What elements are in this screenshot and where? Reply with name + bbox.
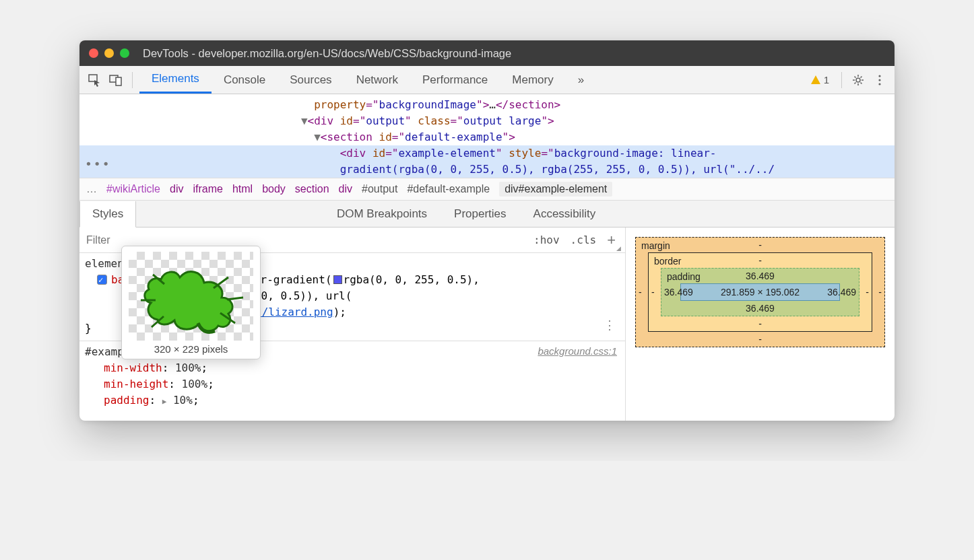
tab-sources[interactable]: Sources xyxy=(278,66,344,94)
bm-padding[interactable]: padding 36.469 36.469 36.469 36.469 291.… xyxy=(661,268,859,316)
warnings-badge[interactable]: 1 xyxy=(810,74,829,85)
minimize-icon[interactable] xyxy=(104,48,114,58)
crumb-wikiarticle[interactable]: #wikiArticle xyxy=(106,183,160,195)
dom-line[interactable]: property="backgroundImage">…</section> xyxy=(79,97,895,113)
hov-toggle[interactable]: :hov xyxy=(528,232,565,248)
subtab-properties[interactable]: Properties xyxy=(442,201,518,227)
new-rule-button[interactable]: +◢ xyxy=(602,232,621,249)
warnings-count: 1 xyxy=(824,74,829,85)
crumb-output[interactable]: #output xyxy=(362,183,397,195)
bm-content[interactable]: 291.859 × 195.062 xyxy=(680,283,840,301)
dom-line[interactable]: ▼<section id="default-example"> xyxy=(79,129,895,145)
titlebar: DevTools - developer.mozilla.org/en-US/d… xyxy=(79,40,895,66)
tab-elements[interactable]: Elements xyxy=(139,66,212,94)
svg-rect-0 xyxy=(89,75,97,81)
crumb-div[interactable]: div xyxy=(170,183,183,195)
crumb-section[interactable]: section xyxy=(295,183,329,195)
crumb-iframe[interactable]: iframe xyxy=(193,183,222,195)
gutter-ellipsis-icon[interactable]: ••• xyxy=(85,155,111,173)
styles-subtabs: Styles Computed Event Listeners DOM Brea… xyxy=(79,201,895,228)
tab-memory[interactable]: Memory xyxy=(500,66,565,94)
close-icon[interactable] xyxy=(89,48,98,58)
crumb-div[interactable]: div xyxy=(339,183,352,195)
subtab-dom-breakpoints[interactable]: DOM Breakpoints xyxy=(325,201,439,227)
inspect-icon[interactable] xyxy=(85,71,104,90)
filter-input[interactable] xyxy=(79,234,160,246)
crumb-html[interactable]: html xyxy=(232,183,253,195)
crumb-selected[interactable]: div#example-element xyxy=(499,182,612,197)
breadcrumb[interactable]: … #wikiArticle div iframe html body sect… xyxy=(79,178,895,201)
toolbar: Elements Console Sources Network Perform… xyxy=(79,66,895,94)
separator xyxy=(132,72,133,88)
tab-performance[interactable]: Performance xyxy=(410,66,500,94)
image-hover-popover: 320 × 229 pixels xyxy=(121,246,261,359)
svg-rect-2 xyxy=(116,77,121,85)
crumb-body[interactable]: body xyxy=(262,183,286,195)
breadcrumb-overflow[interactable]: … xyxy=(86,183,97,195)
svg-point-6 xyxy=(878,83,880,85)
kebab-icon[interactable]: ⋮ xyxy=(604,316,616,334)
dom-line-selected[interactable]: <div id="example-element" style="backgro… xyxy=(79,145,895,162)
traffic-lights xyxy=(89,48,129,58)
kebab-icon[interactable] xyxy=(870,71,889,90)
crumb-default-example[interactable]: #default-example xyxy=(407,183,490,195)
lizard-icon xyxy=(134,256,249,337)
device-toggle-icon[interactable] xyxy=(106,71,125,90)
image-dimensions: 320 × 229 pixels xyxy=(129,343,253,355)
bm-margin[interactable]: margin - - - - border - - - - padding 36… xyxy=(635,237,885,347)
svg-point-3 xyxy=(856,78,860,82)
devtools-window: DevTools - developer.mozilla.org/en-US/d… xyxy=(79,40,895,421)
svg-point-5 xyxy=(878,79,880,81)
tab-console[interactable]: Console xyxy=(212,66,278,94)
tab-overflow[interactable]: » xyxy=(566,66,596,94)
panel-tabs: Elements Console Sources Network Perform… xyxy=(139,66,808,94)
dom-tree[interactable]: ••• property="backgroundImage">…</sectio… xyxy=(79,94,895,178)
box-model: margin - - - - border - - - - padding 36… xyxy=(625,228,895,421)
svg-point-4 xyxy=(878,75,880,77)
color-swatch-icon[interactable] xyxy=(333,275,342,284)
source-link[interactable]: background.css:1 xyxy=(538,344,617,359)
expand-icon[interactable]: ▶ xyxy=(162,397,167,406)
prop-checkbox[interactable] xyxy=(97,275,107,285)
separator xyxy=(841,72,842,88)
zoom-icon[interactable] xyxy=(120,48,129,58)
subtab-styles[interactable]: Styles xyxy=(79,201,136,228)
gear-icon[interactable] xyxy=(849,71,868,90)
window-title: DevTools - developer.mozilla.org/en-US/d… xyxy=(143,47,511,60)
cls-toggle[interactable]: .cls xyxy=(565,232,602,248)
dom-line[interactable]: ▼<div id="output" class="output large"> xyxy=(79,113,895,129)
bm-border[interactable]: border - - - - padding 36.469 36.469 36.… xyxy=(648,252,872,332)
tab-network[interactable]: Network xyxy=(344,66,410,94)
image-preview xyxy=(129,252,253,341)
dom-line-selected[interactable]: gradient(rgba(0, 0, 255, 0.5), rgba(255,… xyxy=(79,162,895,178)
subtab-accessibility[interactable]: Accessibility xyxy=(521,201,608,227)
